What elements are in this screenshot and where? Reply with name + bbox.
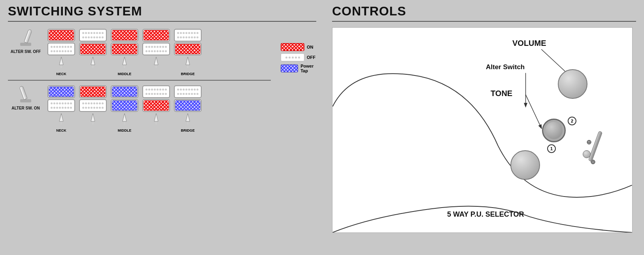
pos-label-on-4 (142, 113, 170, 133)
pu-off-u4 (142, 29, 170, 42)
svg-rect-10 (60, 121, 62, 125)
alter-off-pickups (47, 27, 241, 55)
svg-marker-13 (91, 113, 95, 121)
dot3 (292, 57, 294, 59)
switching-system-title: SWITCHING SYSTEM (8, 4, 316, 19)
toggle-icon-2 (79, 57, 107, 69)
svg-marker-9 (186, 57, 190, 65)
svg-marker-19 (186, 113, 190, 121)
dot1 (285, 57, 287, 59)
pickup-red (144, 100, 169, 111)
lever (24, 29, 32, 43)
pos-label-on-2 (79, 113, 107, 133)
controls-title: CONTROLS (332, 4, 636, 19)
controls-svg (332, 28, 632, 232)
pickup-red (112, 44, 137, 54)
pickup-red (112, 30, 137, 40)
pu-off-l4 (142, 43, 170, 55)
pickup-inactive (49, 100, 74, 111)
svg-rect-8 (187, 65, 189, 68)
pu-off-l1 (47, 43, 75, 55)
pos-label-4 (142, 57, 170, 77)
dot2 (289, 57, 291, 59)
pickup-inactive (144, 44, 169, 54)
lever-on (19, 85, 27, 100)
pickup-blue (112, 87, 137, 97)
pos-label-neck-2: NECK (47, 113, 75, 133)
alter-on-pos-labels: NECK MIDDLE (47, 113, 279, 133)
legend-off-dots (285, 57, 300, 59)
pu-off-u2 (79, 29, 107, 42)
pos-label-middle-1: MIDDLE (111, 57, 138, 77)
pu-on-u4 (142, 85, 170, 98)
plus-sign-1: ⊕ (586, 138, 591, 146)
legend-power-tap-label: Power Tap (300, 64, 316, 73)
small-knob[interactable] (583, 150, 591, 158)
volume-knob-2[interactable] (510, 150, 540, 180)
alter-off-lower-row (47, 43, 241, 55)
svg-marker-17 (154, 113, 158, 121)
pu-off-l2 (79, 43, 107, 55)
pu-off-u5 (174, 29, 202, 42)
sw-legend: ON OFF Power Tap (281, 43, 316, 73)
legend-on-box (281, 43, 304, 51)
pu-on-l3 (111, 99, 138, 112)
pos-label-neck-1: NECK (47, 57, 75, 77)
alter-off-label-col: ALTER SW. OFF (8, 29, 43, 54)
number-2-circle: 2 (568, 117, 576, 125)
pos-label-bridge-2: BRIDGE (174, 113, 202, 133)
tone-label: TONE (491, 89, 512, 98)
legend-off-box (281, 53, 304, 61)
five-way-label: 5 WAY P.U. SELECTOR (447, 210, 524, 219)
pu-off-u3 (111, 29, 138, 42)
pickup-inactive (175, 87, 200, 97)
toggle-icon-10 (174, 113, 202, 125)
alter-off-switch-icon (20, 29, 32, 49)
svg-line-22 (526, 94, 542, 128)
number-2: 2 (571, 119, 573, 123)
pu-on-u2 (79, 85, 107, 98)
pickup-red (49, 30, 74, 40)
switching-content: ALTER SW. OFF (8, 27, 279, 133)
pu-off-l3 (111, 43, 138, 55)
base-on (20, 99, 31, 102)
dot5 (298, 57, 300, 59)
alter-off-pos-labels: NECK MIDDLE (47, 57, 279, 77)
pickup-blue (112, 100, 137, 111)
svg-rect-2 (92, 65, 94, 68)
toggle-icon-7 (79, 113, 107, 125)
pos-label-2 (79, 57, 107, 77)
svg-marker-5 (123, 57, 127, 65)
svg-marker-15 (123, 113, 127, 121)
svg-rect-12 (92, 121, 94, 125)
left-panel: SWITCHING SYSTEM ALTER SW. OFF (0, 0, 324, 255)
alter-off-top-row: ALTER SW. OFF (8, 27, 279, 55)
number-1-circle: 1 (547, 144, 556, 153)
middle-label-1: MIDDLE (118, 72, 132, 76)
tone-knob-container (542, 119, 566, 142)
middle-label-2: MIDDLE (118, 128, 132, 132)
alter-on-label-col: ALTER SW. ON (8, 85, 43, 110)
neck-label-2: NECK (56, 128, 66, 132)
bridge-label-1: BRIDGE (181, 72, 195, 76)
pu-off-l5 (174, 43, 202, 55)
volume-knob[interactable] (558, 69, 587, 99)
alter-off-section: ALTER SW. OFF (8, 27, 279, 77)
pickup-inactive (175, 30, 200, 40)
alter-on-switch-icon (20, 85, 32, 105)
toggle-icon-5 (174, 57, 202, 69)
pos-label-middle-2: MIDDLE (111, 113, 138, 133)
alter-on-lower-row (47, 99, 241, 112)
toggle-icon-9 (142, 113, 170, 125)
svg-marker-3 (91, 57, 95, 65)
pickup-inactive (80, 30, 106, 40)
toggle-icon-6 (47, 113, 75, 125)
pickup-inactive (144, 87, 169, 97)
pu-on-l2 (79, 99, 107, 112)
tone-inner-knob[interactable] (545, 122, 563, 139)
pickup-red (175, 44, 200, 54)
alter-on-section: ALTER SW. ON (8, 84, 279, 133)
pu-on-u1 (47, 85, 75, 98)
legend-blue-box (281, 64, 298, 72)
number-1: 1 (550, 146, 553, 151)
